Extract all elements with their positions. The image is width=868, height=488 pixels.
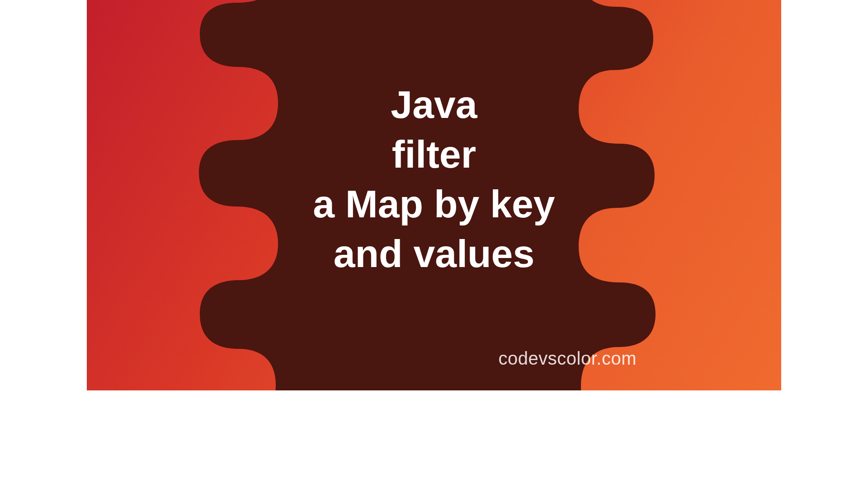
- title-line-3: a Map by key: [313, 179, 555, 229]
- title-line-4: and values: [313, 229, 555, 278]
- hero-banner: Java filter a Map by key and values code…: [87, 0, 781, 390]
- title-line-2: filter: [313, 129, 555, 179]
- title-container: Java filter a Map by key and values: [87, 0, 781, 390]
- site-credit: codevscolor.com: [499, 348, 637, 369]
- title-line-1: Java: [313, 80, 555, 129]
- banner-title: Java filter a Map by key and values: [313, 80, 555, 278]
